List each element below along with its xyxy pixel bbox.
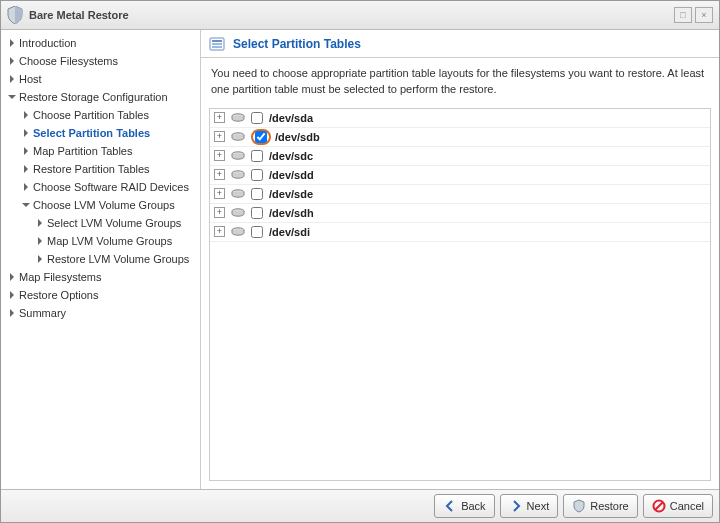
- sidebar-item-label: Introduction: [19, 36, 76, 50]
- sidebar-item-label: Map Partition Tables: [33, 144, 132, 158]
- chevron-right-icon[interactable]: [35, 254, 45, 264]
- chevron-right-icon[interactable]: [35, 236, 45, 246]
- chevron-right-icon[interactable]: [21, 146, 31, 156]
- sidebar-item-map-filesystems[interactable]: Map Filesystems: [1, 270, 200, 284]
- svg-rect-1: [212, 40, 222, 42]
- sidebar-item-choose-lvm-volume-groups[interactable]: Choose LVM Volume Groups: [1, 198, 200, 212]
- sidebar-item-select-lvm-volume-groups[interactable]: Select LVM Volume Groups: [1, 216, 200, 230]
- sidebar-item-label: Restore Options: [19, 288, 98, 302]
- device-checkbox[interactable]: [251, 207, 263, 219]
- sidebar-item-map-lvm-volume-groups[interactable]: Map LVM Volume Groups: [1, 234, 200, 248]
- device-checkbox[interactable]: [251, 188, 263, 200]
- sidebar: IntroductionChoose FilesystemsHostRestor…: [1, 30, 201, 489]
- shield-icon: [572, 499, 586, 513]
- disk-icon: [231, 113, 245, 123]
- disk-icon: [231, 227, 245, 237]
- chevron-right-icon[interactable]: [7, 290, 17, 300]
- sidebar-item-label: Choose Filesystems: [19, 54, 118, 68]
- sidebar-item-label: Choose Partition Tables: [33, 108, 149, 122]
- chevron-down-icon[interactable]: [7, 92, 17, 102]
- sidebar-item-label: Restore Partition Tables: [33, 162, 150, 176]
- cancel-button[interactable]: Cancel: [643, 494, 713, 518]
- device-row: +/dev/sdd: [210, 166, 710, 185]
- window-title: Bare Metal Restore: [29, 9, 671, 21]
- cancel-icon: [652, 499, 666, 513]
- device-name: /dev/sde: [269, 188, 313, 200]
- expand-button[interactable]: +: [214, 150, 225, 161]
- svg-rect-2: [212, 43, 222, 45]
- device-list: +/dev/sda+/dev/sdb+/dev/sdc+/dev/sdd+/de…: [209, 108, 711, 481]
- expand-button[interactable]: +: [214, 188, 225, 199]
- chevron-right-icon[interactable]: [21, 182, 31, 192]
- device-row: +/dev/sde: [210, 185, 710, 204]
- next-button-label: Next: [527, 500, 550, 512]
- chevron-down-icon[interactable]: [21, 200, 31, 210]
- sidebar-item-choose-partition-tables[interactable]: Choose Partition Tables: [1, 108, 200, 122]
- main-panel: Select Partition Tables You need to choo…: [201, 30, 719, 489]
- sidebar-item-restore-partition-tables[interactable]: Restore Partition Tables: [1, 162, 200, 176]
- sidebar-item-map-partition-tables[interactable]: Map Partition Tables: [1, 144, 200, 158]
- body: IntroductionChoose FilesystemsHostRestor…: [1, 30, 719, 489]
- sidebar-item-label: Map LVM Volume Groups: [47, 234, 172, 248]
- sidebar-item-restore-storage-configuration[interactable]: Restore Storage Configuration: [1, 90, 200, 104]
- chevron-right-icon[interactable]: [35, 218, 45, 228]
- device-row: +/dev/sda: [210, 109, 710, 128]
- device-checkbox[interactable]: [251, 226, 263, 238]
- disk-icon: [231, 189, 245, 199]
- chevron-right-icon[interactable]: [7, 272, 17, 282]
- sidebar-item-label: Map Filesystems: [19, 270, 102, 284]
- expand-button[interactable]: +: [214, 131, 225, 142]
- expand-button[interactable]: +: [214, 207, 225, 218]
- window-close-button[interactable]: ×: [695, 7, 713, 23]
- disk-icon: [231, 132, 245, 142]
- sidebar-item-label: Choose Software RAID Devices: [33, 180, 189, 194]
- chevron-right-icon[interactable]: [7, 38, 17, 48]
- svg-rect-3: [212, 46, 222, 48]
- sidebar-item-select-partition-tables[interactable]: Select Partition Tables: [1, 126, 200, 140]
- sidebar-item-label: Select Partition Tables: [33, 126, 150, 140]
- sidebar-item-restore-options[interactable]: Restore Options: [1, 288, 200, 302]
- device-checkbox[interactable]: [251, 150, 263, 162]
- window-maximize-button[interactable]: □: [674, 7, 692, 23]
- back-button[interactable]: Back: [434, 494, 494, 518]
- device-checkbox[interactable]: [251, 112, 263, 124]
- chevron-right-icon[interactable]: [21, 128, 31, 138]
- sidebar-item-restore-lvm-volume-groups[interactable]: Restore LVM Volume Groups: [1, 252, 200, 266]
- sidebar-item-label: Choose LVM Volume Groups: [33, 198, 175, 212]
- chevron-right-icon[interactable]: [7, 74, 17, 84]
- sidebar-item-choose-filesystems[interactable]: Choose Filesystems: [1, 54, 200, 68]
- sidebar-item-label: Host: [19, 72, 42, 86]
- sidebar-item-label: Summary: [19, 306, 66, 320]
- device-name: /dev/sdi: [269, 226, 310, 238]
- sidebar-item-label: Restore LVM Volume Groups: [47, 252, 189, 266]
- footer: Back Next Restore Cancel: [1, 489, 719, 522]
- chevron-right-icon[interactable]: [7, 56, 17, 66]
- app-shield-icon: [7, 6, 23, 24]
- sidebar-item-host[interactable]: Host: [1, 72, 200, 86]
- next-button[interactable]: Next: [500, 494, 559, 518]
- panel-title: Select Partition Tables: [233, 37, 361, 51]
- title-bar: Bare Metal Restore □ ×: [1, 1, 719, 30]
- sidebar-item-choose-software-raid-devices[interactable]: Choose Software RAID Devices: [1, 180, 200, 194]
- sidebar-item-introduction[interactable]: Introduction: [1, 36, 200, 50]
- cancel-button-label: Cancel: [670, 500, 704, 512]
- nav-tree: IntroductionChoose FilesystemsHostRestor…: [1, 34, 200, 322]
- expand-button[interactable]: +: [214, 169, 225, 180]
- chevron-right-icon[interactable]: [21, 110, 31, 120]
- restore-button[interactable]: Restore: [563, 494, 638, 518]
- chevron-right-icon[interactable]: [21, 164, 31, 174]
- device-name: /dev/sdc: [269, 150, 313, 162]
- device-checkbox[interactable]: [255, 131, 267, 143]
- device-name: /dev/sda: [269, 112, 313, 124]
- disk-icon: [231, 170, 245, 180]
- sidebar-item-summary[interactable]: Summary: [1, 306, 200, 320]
- expand-button[interactable]: +: [214, 112, 225, 123]
- sidebar-item-label: Restore Storage Configuration: [19, 90, 168, 104]
- chevron-right-icon[interactable]: [7, 308, 17, 318]
- device-row: +/dev/sdb: [210, 128, 710, 147]
- device-checkbox[interactable]: [251, 169, 263, 181]
- device-name: /dev/sdd: [269, 169, 314, 181]
- expand-button[interactable]: +: [214, 226, 225, 237]
- panel-description: You need to choose appropriate partition…: [201, 58, 719, 108]
- device-row: +/dev/sdc: [210, 147, 710, 166]
